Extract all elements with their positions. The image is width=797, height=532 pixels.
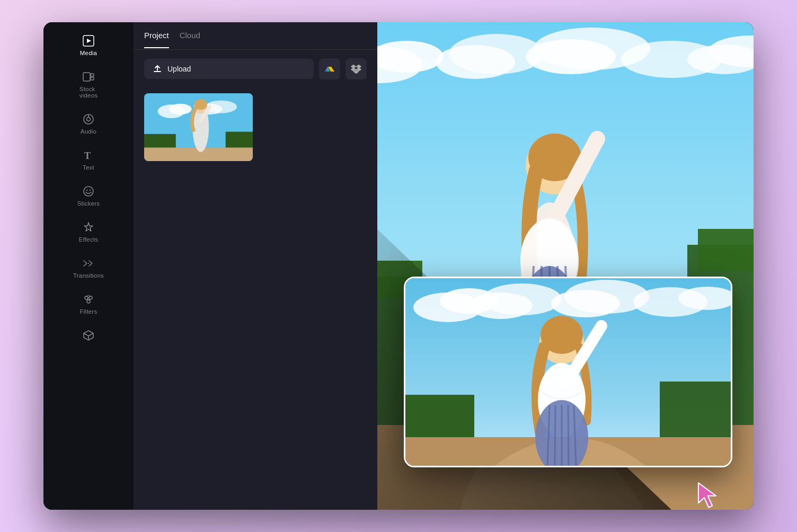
3d-icon	[83, 330, 94, 341]
sidebar-item-3d[interactable]	[43, 322, 134, 352]
sidebar-item-transitions-label: Transitions	[73, 272, 104, 279]
svg-point-35	[526, 39, 616, 74]
sidebar-item-audio[interactable]: Audio	[43, 106, 134, 142]
preview-area	[377, 22, 754, 510]
google-drive-icon	[324, 64, 335, 74]
stock-videos-icon	[83, 71, 94, 83]
sidebar-item-stickers[interactable]: Stickers	[43, 178, 134, 214]
svg-rect-3	[91, 74, 94, 76]
upload-icon	[153, 64, 162, 74]
sidebar-item-media[interactable]: Media	[43, 28, 134, 64]
sidebar-item-filters[interactable]: Filters	[43, 286, 134, 322]
sidebar-item-transitions[interactable]: Transitions	[43, 250, 134, 286]
svg-rect-42	[698, 229, 754, 271]
dropbox-icon	[351, 64, 361, 74]
sidebar-item-effects[interactable]: Effects	[43, 214, 134, 250]
transitions-icon	[83, 258, 94, 269]
upload-button-label: Upload	[167, 65, 191, 73]
sidebar: Media Stockvideos Audio	[43, 22, 134, 510]
sidebar-item-filters-label: Filters	[80, 308, 98, 315]
svg-point-15	[87, 300, 90, 303]
svg-point-11	[90, 190, 91, 191]
svg-point-9	[84, 187, 93, 196]
tabs-bar: Project Cloud	[134, 22, 377, 50]
sidebar-item-media-label: Media	[80, 50, 97, 56]
svg-point-10	[86, 190, 87, 191]
sidebar-item-stock[interactable]: Stockvideos	[43, 64, 134, 106]
sidebar-item-effects-label: Effects	[79, 236, 98, 243]
svg-point-6	[87, 118, 91, 121]
zoom-card-image	[405, 278, 732, 467]
text-icon: T	[83, 149, 94, 161]
svg-point-33	[436, 45, 515, 79]
sidebar-item-text[interactable]: T Text	[43, 142, 134, 178]
svg-rect-2	[83, 73, 90, 81]
svg-point-60	[469, 292, 533, 319]
tab-project[interactable]: Project	[144, 31, 169, 48]
audio-icon	[83, 113, 94, 125]
app-window: Media Stockvideos Audio	[43, 22, 754, 510]
svg-line-74	[555, 405, 555, 467]
svg-rect-4	[91, 77, 94, 80]
dropbox-button[interactable]	[346, 58, 367, 79]
stickers-icon	[83, 185, 94, 197]
zoom-card	[404, 277, 732, 467]
svg-text:T: T	[84, 150, 91, 161]
media-thumbnail-1[interactable]	[144, 93, 253, 161]
svg-point-13	[85, 296, 88, 299]
sidebar-item-text-label: Text	[83, 164, 94, 171]
upload-button[interactable]: Upload	[144, 59, 314, 79]
media-panel: Project Cloud Upload	[134, 22, 377, 510]
media-icon	[83, 35, 94, 47]
sidebar-item-audio-label: Audio	[81, 128, 96, 135]
sidebar-item-stickers-label: Stickers	[77, 200, 100, 207]
effects-icon	[83, 221, 94, 233]
svg-marker-1	[87, 39, 91, 43]
google-drive-button[interactable]	[319, 58, 340, 79]
svg-point-62	[551, 290, 620, 317]
filters-icon	[83, 294, 94, 305]
media-grid	[134, 88, 377, 166]
tab-cloud[interactable]: Cloud	[180, 31, 200, 48]
sidebar-item-stock-label: Stockvideos	[79, 86, 98, 99]
svg-line-76	[568, 405, 569, 467]
upload-area: Upload	[134, 50, 377, 88]
svg-point-19	[169, 104, 192, 115]
svg-point-14	[89, 296, 92, 299]
